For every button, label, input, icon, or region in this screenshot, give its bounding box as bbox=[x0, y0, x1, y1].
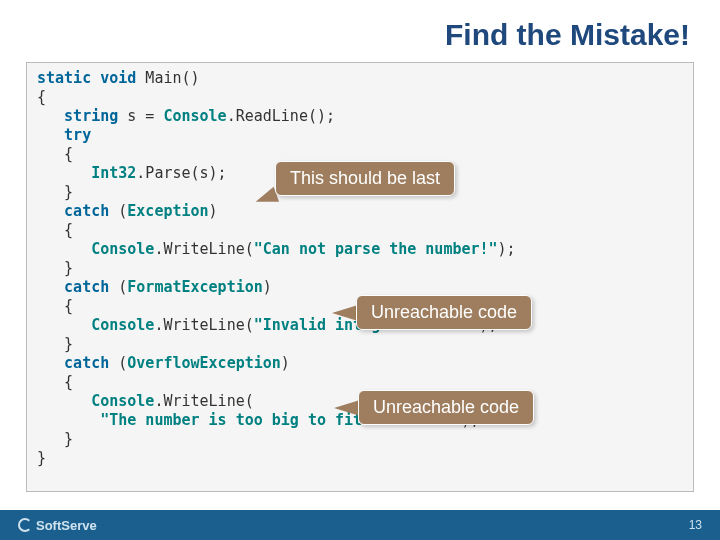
code: s = bbox=[118, 107, 163, 125]
str: "Can not parse the number!" bbox=[254, 240, 498, 258]
typ: Console bbox=[37, 240, 154, 258]
code: { bbox=[37, 373, 73, 391]
kw: void bbox=[100, 69, 136, 87]
code: ) bbox=[209, 202, 218, 220]
callout-tail bbox=[332, 305, 358, 321]
callout-tail bbox=[334, 400, 360, 416]
typ: FormatException bbox=[127, 278, 262, 296]
kw: try bbox=[37, 126, 91, 144]
code: ); bbox=[498, 240, 516, 258]
code: .WriteLine( bbox=[154, 392, 253, 410]
slide-title: Find the Mistake! bbox=[445, 18, 690, 52]
kw: catch bbox=[37, 278, 109, 296]
typ: Console bbox=[163, 107, 226, 125]
code: { bbox=[37, 221, 73, 239]
kw: catch bbox=[37, 202, 109, 220]
code: } bbox=[37, 335, 73, 353]
code: ( bbox=[109, 278, 127, 296]
code bbox=[37, 411, 100, 429]
code: .WriteLine( bbox=[154, 316, 253, 334]
code: .WriteLine( bbox=[154, 240, 253, 258]
typ: Console bbox=[37, 316, 154, 334]
typ: OverflowException bbox=[127, 354, 281, 372]
page-number: 13 bbox=[689, 518, 702, 532]
typ: Console bbox=[37, 392, 154, 410]
brand-logo: SoftServe bbox=[18, 518, 97, 533]
code: { bbox=[37, 88, 46, 106]
code-block: static void Main() { string s = Console.… bbox=[26, 62, 694, 492]
code: .Parse(s); bbox=[136, 164, 226, 182]
callout-unreachable-1: Unreachable code bbox=[356, 295, 532, 330]
code: ( bbox=[109, 202, 127, 220]
logo-swirl-icon bbox=[18, 518, 32, 532]
typ: Exception bbox=[127, 202, 208, 220]
code: { bbox=[37, 297, 73, 315]
code: ) bbox=[281, 354, 290, 372]
footer-bar: SoftServe 13 bbox=[0, 510, 720, 540]
code: ) bbox=[263, 278, 272, 296]
kw: static bbox=[37, 69, 91, 87]
code: } bbox=[37, 449, 46, 467]
code: } bbox=[37, 183, 73, 201]
kw: catch bbox=[37, 354, 109, 372]
code: { bbox=[37, 145, 73, 163]
code: } bbox=[37, 259, 73, 277]
callout-unreachable-2: Unreachable code bbox=[358, 390, 534, 425]
code: } bbox=[37, 430, 73, 448]
code: Main() bbox=[136, 69, 199, 87]
callout-last: This should be last bbox=[275, 161, 455, 196]
typ: Int32 bbox=[37, 164, 136, 182]
code: .ReadLine(); bbox=[227, 107, 335, 125]
brand-text: SoftServe bbox=[36, 518, 97, 533]
kw: string bbox=[37, 107, 118, 125]
code: ( bbox=[109, 354, 127, 372]
